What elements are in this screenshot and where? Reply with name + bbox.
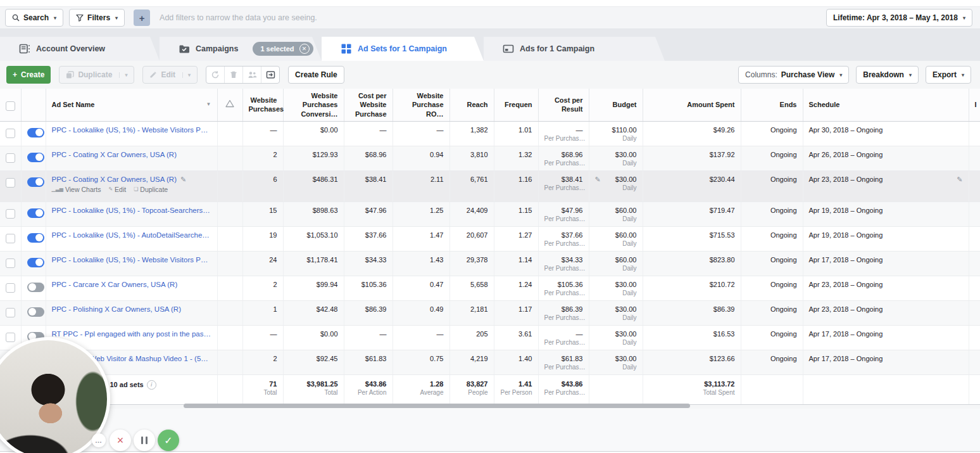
row-checkbox[interactable] xyxy=(6,234,15,243)
row-checkbox[interactable] xyxy=(6,129,15,138)
tab-label: Ads for 1 Campaign xyxy=(520,44,594,53)
adset-name-link[interactable]: PPC - Coating X Car Owners, USA (R) xyxy=(52,151,177,158)
row-checkbox[interactable] xyxy=(6,308,15,317)
total-cost-per-result: $43.86 xyxy=(544,380,583,388)
table-row[interactable]: Web Visitor & Mashup Video 1 - (50-75…2$… xyxy=(0,350,980,374)
row-checkbox[interactable] xyxy=(6,333,15,342)
adset-name-link[interactable]: PPC - Lookalike (US, 1%) - Website Visit… xyxy=(52,126,211,134)
ads-manager-page: Search ▾ Filters ▾ + Add filters to narr… xyxy=(0,0,980,453)
recorder-cancel-button[interactable]: × xyxy=(110,430,131,451)
add-filter-button[interactable]: + xyxy=(134,10,150,26)
adset-name-link[interactable]: RT PPC - Ppl engaged with any post in th… xyxy=(52,330,211,338)
total-website-purchases: 71 xyxy=(249,380,277,388)
totals-label: 10 ad sets xyxy=(110,381,144,388)
chevron-down-icon[interactable]: ▾ xyxy=(119,72,127,78)
edit-row-pencil-icon[interactable]: ✎ xyxy=(957,175,962,184)
filter-placeholder-text[interactable]: Add filters to narrow the data you are s… xyxy=(160,13,317,22)
column-header-budget[interactable]: Budget xyxy=(589,89,643,121)
adset-name-link[interactable]: PPC - Lookalike (US, 1%) - Website Visit… xyxy=(52,256,211,264)
split-test-people-icon[interactable] xyxy=(243,67,261,83)
badge-label: 1 selected xyxy=(260,45,294,53)
row-checkbox[interactable] xyxy=(6,209,15,219)
columns-button[interactable]: Columns: Purchase View ▾ xyxy=(738,66,849,84)
column-header-frequency[interactable]: Frequen xyxy=(494,89,538,121)
adset-name-link[interactable]: PPC - Coating X Car Owners, USA (R) xyxy=(52,175,177,183)
recorder-pause-button[interactable] xyxy=(134,430,155,451)
adset-name-link[interactable]: PPC - Lookalike (US, 1%) - AutoDetailSea… xyxy=(52,231,211,239)
adset-name-link[interactable]: PPC - Lookalike (US, 1%) - Topcoat-Searc… xyxy=(52,207,211,214)
column-header-cost-per-result[interactable]: Cost per Result xyxy=(538,89,589,121)
column-header-reach[interactable]: Reach xyxy=(449,89,494,121)
refresh-icon[interactable] xyxy=(206,67,225,83)
status-toggle[interactable] xyxy=(27,307,44,317)
table-row[interactable]: PPC - Polishing X Car Owners, USA (R)1$4… xyxy=(0,300,980,325)
column-header-truncated: I xyxy=(969,89,980,121)
tab-account-overview[interactable]: Account Overview xyxy=(0,37,160,61)
column-header-cost-per-purchase[interactable]: Cost per Website Purchase xyxy=(344,89,393,121)
edit-link[interactable]: ✎Edit xyxy=(108,186,126,193)
create-rule-button[interactable]: Create Rule xyxy=(288,66,344,84)
row-checkbox[interactable] xyxy=(6,178,15,188)
edit-button[interactable]: Edit ▾ xyxy=(142,66,198,84)
table-row[interactable]: PPC - Lookalike (US, 1%) - AutoDetailSea… xyxy=(0,226,980,251)
delivery-warning-column-header[interactable] xyxy=(217,89,242,121)
tab-campaigns[interactable]: Campaigns 1 selected ✕ xyxy=(160,37,322,61)
horizontal-scrollbar[interactable] xyxy=(184,404,690,408)
table-row[interactable]: PPC - Coating X Car Owners, USA (R)2$129… xyxy=(0,146,980,170)
view-charts-link-icon: ▁▃▅ xyxy=(52,186,63,192)
table-row[interactable]: RT PPC - Ppl engaged with any post in th… xyxy=(0,325,980,350)
chevron-down-icon[interactable]: ▾ xyxy=(182,72,191,78)
column-header-schedule[interactable]: Schedule xyxy=(803,89,969,121)
row-checkbox[interactable] xyxy=(6,283,15,293)
status-toggle[interactable] xyxy=(27,258,44,267)
table-row[interactable]: PPC - Coating X Car Owners, USA (R)✎▁▃▅V… xyxy=(0,170,980,201)
row-checkbox[interactable] xyxy=(6,258,15,268)
table-body: PPC - Lookalike (US, 1%) - Website Visit… xyxy=(0,121,980,374)
breakdown-button[interactable]: Breakdown ▾ xyxy=(856,66,919,84)
filter-bar: Search ▾ Filters ▾ + Add filters to narr… xyxy=(0,6,980,29)
search-button[interactable]: Search ▾ xyxy=(5,9,63,27)
recorder-confirm-button[interactable]: ✓ xyxy=(158,430,179,451)
column-header-amount-spent[interactable]: Amount Spent xyxy=(643,89,741,121)
table-row[interactable]: PPC - Lookalike (US, 1%) - Topcoat-Searc… xyxy=(0,201,980,226)
adset-name-link[interactable]: Web Visitor & Mashup Video 1 - (50-75… xyxy=(90,355,211,362)
column-header-roas[interactable]: Website Purchase RO… xyxy=(393,89,449,121)
export-button[interactable]: Export ▾ xyxy=(926,66,971,84)
edit-budget-pencil-icon[interactable]: ✎ xyxy=(595,175,601,184)
view-charts-link[interactable]: ▁▃▅View Charts xyxy=(52,186,101,193)
info-icon[interactable]: i xyxy=(147,380,156,390)
table-row[interactable]: PPC - Lookalike (US, 1%) - Website Visit… xyxy=(0,251,980,276)
tab-ad-sets[interactable]: Ad Sets for 1 Campaign xyxy=(322,37,484,61)
deselect-icon[interactable]: ✕ xyxy=(299,44,310,54)
tab-label: Campaigns xyxy=(196,44,238,53)
column-header-conversion-value[interactable]: Website Purchases Conversi… xyxy=(283,89,344,121)
table-row[interactable]: PPC - Carcare X Car Owners, USA (R)2$99.… xyxy=(0,276,980,300)
create-button[interactable]: + Create xyxy=(6,66,51,84)
row-checkbox[interactable] xyxy=(6,153,15,163)
duplicate-button[interactable]: Duplicate ▾ xyxy=(59,66,134,84)
column-header-ends[interactable]: Ends xyxy=(741,89,803,121)
edit-name-pencil-icon[interactable]: ✎ xyxy=(180,175,186,184)
status-toggle[interactable] xyxy=(27,208,44,218)
column-header-name[interactable]: Ad Set Name ▼ xyxy=(46,89,217,121)
tab-ads[interactable]: Ads for 1 Campaign xyxy=(484,37,665,61)
filters-button[interactable]: Filters ▾ xyxy=(69,9,125,27)
date-range-button[interactable]: Lifetime: Apr 3, 2018 – May 1, 2018 ▾ xyxy=(826,9,972,27)
delete-trash-icon[interactable] xyxy=(225,67,243,83)
table-row[interactable]: PPC - Lookalike (US, 1%) - Website Visit… xyxy=(0,121,980,146)
sort-caret-icon[interactable]: ▼ xyxy=(206,101,211,108)
status-toggle[interactable] xyxy=(27,153,44,162)
column-header-website-purchases[interactable]: Website Purchases xyxy=(242,89,283,121)
header-row: Ad Set Name ▼ Website Purchases Website … xyxy=(0,89,980,121)
duplicate-link[interactable]: ❏Duplicate xyxy=(134,186,168,193)
pivot-export-icon[interactable] xyxy=(261,67,279,83)
status-toggle[interactable] xyxy=(27,177,44,187)
select-all-checkbox[interactable] xyxy=(6,101,15,111)
adset-name-link[interactable]: PPC - Polishing X Car Owners, USA (R) xyxy=(52,305,182,313)
status-toggle[interactable] xyxy=(27,233,44,243)
search-label: Search xyxy=(23,13,49,22)
status-toggle[interactable] xyxy=(27,128,44,137)
status-toggle[interactable] xyxy=(27,283,44,292)
recorder-more-button[interactable]: … xyxy=(92,433,106,447)
adset-name-link[interactable]: PPC - Carcare X Car Owners, USA (R) xyxy=(52,281,178,288)
